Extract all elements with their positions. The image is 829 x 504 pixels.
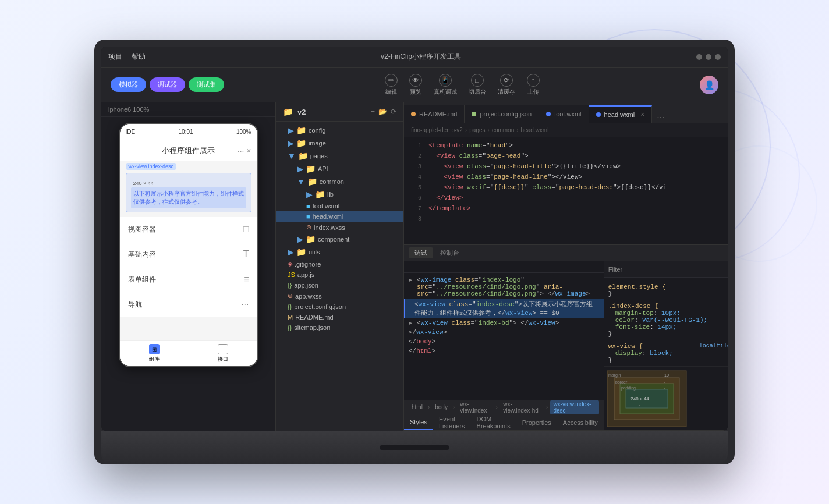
tab-dot-readme	[411, 112, 416, 116]
tree-item-app-js[interactable]: JS app.js	[276, 269, 403, 280]
editor-tabs: README.md project.config.json foot.wxml	[404, 102, 728, 123]
app-window: 项目 帮助 v2-FinClip小程序开发工具 模拟器 调试器 测试集	[101, 47, 728, 431]
sel-wx-view-index[interactable]: wx-view.index	[457, 400, 494, 414]
phone-menu-item-basic[interactable]: 基础内容 T	[120, 242, 257, 267]
phone-status-bar: IDE 10:01 100%	[120, 124, 257, 140]
simulator-header: iphone6 100%	[101, 102, 275, 117]
action-upload[interactable]: ↑ 上传	[527, 74, 540, 96]
tree-item-api[interactable]: ▶ 📁 API	[276, 162, 403, 175]
tree-item-app-json[interactable]: {} app.json	[276, 280, 403, 290]
new-file-icon[interactable]: +	[371, 108, 375, 116]
action-device-debug[interactable]: 📱 真机调试	[434, 74, 457, 96]
close-button[interactable]	[715, 54, 721, 60]
tab-simulator[interactable]: 模拟器	[111, 77, 146, 92]
tree-item-index-wxss[interactable]: ⊛ index.wxss	[276, 222, 403, 233]
line-content-7: </template>	[428, 205, 728, 212]
file-tree-content: ▶ 📁 config ▶ 📁 image ▼ 📁 pages ▶ 📁	[276, 122, 403, 431]
editor-tab-project-config[interactable]: project.config.json	[465, 105, 539, 123]
folder-icon: ▶ 📁	[297, 164, 316, 173]
tree-item-pages[interactable]: ▼ 📁 pages	[276, 150, 403, 162]
editor-area: README.md project.config.json foot.wxml	[404, 102, 728, 431]
nav-item-component[interactable]: ⊞ 组件	[149, 344, 160, 363]
action-preview[interactable]: 👁 预览	[409, 74, 422, 96]
nav-component-icon: ⊞	[149, 344, 160, 354]
box-model-diagram: margin 10 border - padding - 240 × 44	[606, 370, 688, 428]
filter-label: Filter	[608, 266, 728, 273]
tree-item-index-label: index.wxss	[314, 224, 345, 231]
tree-item-app-wxss[interactable]: ⊛ app.wxss	[276, 290, 403, 301]
editor-tab-foot[interactable]: foot.wxml	[539, 105, 589, 123]
tree-item-sitemap[interactable]: {} sitemap.json	[276, 322, 403, 333]
phone-menu-item-views[interactable]: 视图容器 □	[120, 217, 257, 242]
bottom-panel-tabs: 调试 控制台	[404, 245, 728, 261]
tab-debugger[interactable]: 调试器	[150, 77, 185, 92]
tab-more-button[interactable]: ···	[652, 112, 669, 123]
folder-icon: ▶ 📁	[288, 247, 306, 257]
main-area: iphone6 100% IDE 10:01 100% 小程序组件展示 ··· …	[101, 102, 728, 431]
line-content-4: <view class="page-head-line"></view>	[428, 173, 728, 180]
user-avatar[interactable]: 👤	[700, 76, 718, 94]
editor-tab-head[interactable]: head.wxml ×	[589, 105, 653, 123]
phone-menu-item-nav[interactable]: 导航 ···	[120, 292, 257, 317]
toolbar-actions: ✏ 编辑 👁 预览 📱 真机调试 □ 切后台	[231, 74, 693, 96]
tab-dot-head	[596, 112, 601, 117]
style-source-link-2[interactable]: localfile:/_index.css:2	[699, 343, 728, 350]
bp-tab-console[interactable]: 控制台	[434, 247, 465, 258]
refresh-icon[interactable]: ⟳	[391, 108, 396, 116]
action-background[interactable]: □ 切后台	[469, 74, 486, 96]
tree-item-utils[interactable]: ▶ 📁 utils	[276, 246, 403, 258]
tree-item-app-json-label: app.json	[294, 282, 318, 289]
file-icon-js: JS	[288, 271, 295, 278]
tab-testset[interactable]: 测试集	[189, 77, 224, 92]
bp-tab-debug[interactable]: 调试	[409, 247, 433, 258]
action-edit[interactable]: ✏ 编辑	[385, 74, 398, 96]
folder-icon: ▼ 📁	[288, 151, 308, 161]
tree-item-readme[interactable]: M README.md	[276, 312, 403, 322]
tree-item-lib[interactable]: ▶ 📁 lib	[276, 188, 403, 201]
dom-code-area: ▶ <wx-image class="index-logo" src="../r…	[404, 273, 604, 400]
code-lines: 1 <template name="head"> 2 <view class="…	[404, 137, 728, 244]
phone-title-dots[interactable]: ··· ×	[238, 146, 251, 155]
tree-item-foot-label: foot.wxml	[313, 203, 339, 210]
nav-item-api[interactable]: 接口	[218, 344, 228, 363]
tab-config-label: project.config.json	[480, 111, 532, 118]
dom-line-bd-content: <wx-view class="index-bd">_</wx-view>	[417, 320, 559, 326]
tree-item-config[interactable]: ▶ 📁 config	[276, 124, 403, 137]
laptop-base	[101, 431, 728, 464]
sel-wx-view-index-desc[interactable]: wx-view.index-desc	[550, 400, 598, 414]
style-val-color: var(--weui-FG-1);	[642, 317, 707, 324]
tree-item-foot-wxml[interactable]: ■ foot.wxml	[276, 201, 403, 211]
new-folder-icon[interactable]: 📂	[378, 108, 387, 116]
styles-tab-dom-breakpoints[interactable]: DOM Breakpoints	[471, 414, 516, 430]
tree-item-head-wxml[interactable]: ■ head.wxml	[276, 211, 403, 222]
phone-menu-item-form[interactable]: 表单组件 ≡	[120, 267, 257, 292]
code-line-2: 2 <view class="page-head">	[404, 152, 728, 163]
breadcrumb-pages: pages	[469, 127, 485, 133]
tree-item-common[interactable]: ▼ 📁 common	[276, 175, 403, 188]
dom-line-view-bd: ▶ <wx-view class="index-bd">_</wx-view>	[404, 318, 604, 328]
sel-wx-view-index-hd[interactable]: wx-view.index-hd	[500, 400, 544, 414]
styles-tab-accessibility[interactable]: Accessibility	[557, 414, 604, 430]
sel-html[interactable]: html	[409, 403, 426, 411]
styles-tab-properties[interactable]: Properties	[516, 414, 557, 430]
dom-line-close-html-content: </html>	[409, 347, 435, 354]
maximize-button[interactable]	[706, 54, 711, 60]
menu-item-help[interactable]: 帮助	[132, 52, 146, 62]
file-icon-json: {}	[288, 282, 292, 289]
tree-item-component[interactable]: ▶ 📁 component	[276, 233, 403, 246]
menu-item-project[interactable]: 项目	[108, 52, 122, 62]
minimize-button[interactable]	[696, 54, 702, 60]
styles-tab-events[interactable]: Event Listeners	[433, 414, 471, 430]
sel-body[interactable]: body	[432, 403, 451, 411]
editor-tab-readme[interactable]: README.md	[404, 105, 465, 123]
tree-item-image[interactable]: ▶ 📁 image	[276, 137, 403, 150]
tab-close-head[interactable]: ×	[640, 111, 644, 119]
styles-tab-styles[interactable]: Styles	[404, 414, 433, 430]
tree-item-project-config[interactable]: {} project.config.json	[276, 301, 403, 312]
action-clear[interactable]: ⟳ 清缓存	[498, 74, 515, 96]
tree-item-gitignore[interactable]: ◈ .gitignore	[276, 258, 403, 269]
line-num-8: 8	[404, 215, 421, 222]
breadcrumb-sep-3: ›	[516, 127, 518, 133]
toolbar-tabs: 模拟器 调试器 测试集	[111, 77, 224, 92]
action-device-label: 真机调试	[434, 88, 457, 96]
